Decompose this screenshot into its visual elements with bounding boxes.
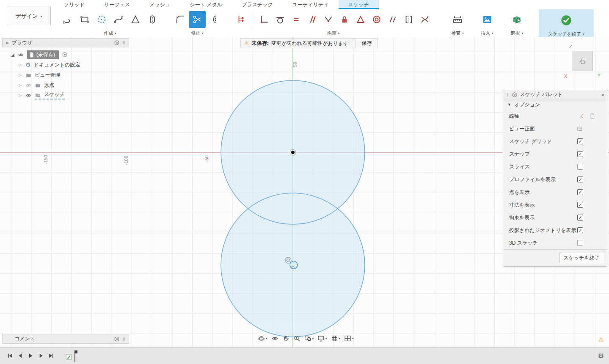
linetype-normal-icon[interactable] xyxy=(580,113,586,119)
modify-group-label[interactable]: 修正 ▾ xyxy=(191,30,204,36)
panel-grip-icon[interactable]: ‖ xyxy=(123,40,125,45)
symmetry-constraint-icon[interactable] xyxy=(401,11,417,28)
midpoint-constraint-icon[interactable] xyxy=(353,11,369,28)
concentric-constraint-icon[interactable] xyxy=(369,11,385,28)
look-at-front-icon[interactable] xyxy=(576,126,583,132)
look-at-button[interactable] xyxy=(270,334,280,343)
save-button[interactable]: 保存 xyxy=(355,39,378,48)
tangent-constraint-icon[interactable] xyxy=(272,11,288,28)
comments-menu-icon[interactable] xyxy=(114,336,120,342)
viewcube[interactable]: Z 右 X Y xyxy=(566,44,600,79)
timeline-go-to-end-button[interactable] xyxy=(46,351,56,361)
coincident-constraint-icon[interactable] xyxy=(320,11,336,28)
slot-tool-icon[interactable] xyxy=(144,11,161,28)
tab-utilities[interactable]: ユーティリティ xyxy=(283,0,339,9)
timeline-settings-gear-icon[interactable]: ⚙ xyxy=(598,352,604,360)
timeline-position-marker[interactable] xyxy=(74,351,75,362)
zoom-button[interactable] xyxy=(292,334,302,343)
show-constraints-checkbox[interactable] xyxy=(577,215,583,221)
show-dimensions-checkbox[interactable] xyxy=(577,202,583,208)
show-points-checkbox[interactable] xyxy=(577,189,583,195)
collinear-constraint-icon[interactable] xyxy=(385,11,401,28)
fix-constraint-icon[interactable] xyxy=(336,11,353,28)
collapse-panel-icon[interactable]: » xyxy=(601,92,604,98)
display-settings-button[interactable]: ▾ xyxy=(316,334,328,343)
pan-button[interactable] xyxy=(281,334,291,343)
eye-visible-icon[interactable] xyxy=(18,52,24,58)
panel-grip-icon[interactable]: ‖ xyxy=(507,92,509,97)
select-group-label[interactable]: 選択 ▾ xyxy=(510,30,523,36)
show-projected-checkbox[interactable] xyxy=(577,227,583,233)
line-tool-icon[interactable] xyxy=(59,11,76,28)
timeline-play-button[interactable] xyxy=(25,351,36,361)
expander-closed-icon[interactable]: ▷ xyxy=(18,93,22,97)
eye-visible-icon[interactable] xyxy=(25,92,32,99)
sketch-palette-header[interactable]: ‖ スケッチ パレット » xyxy=(503,90,608,99)
comments-bar[interactable]: コメント ‖ xyxy=(2,334,129,344)
canvas-warning-icon[interactable]: ⚠ xyxy=(598,336,604,344)
zoom-window-button[interactable]: ▾ xyxy=(303,334,315,343)
eye-hidden-icon[interactable] xyxy=(25,82,32,88)
grid-settings-button[interactable]: ▾ xyxy=(330,334,342,343)
tree-row-named-views[interactable]: ▷ ビュー管理 xyxy=(2,70,129,80)
tab-sketch[interactable]: スケッチ xyxy=(339,0,379,9)
sketch-dimension-icon[interactable] xyxy=(234,11,250,28)
tab-surface[interactable]: サーフェス xyxy=(94,0,140,9)
insert-group-label[interactable]: 挿入 ▾ xyxy=(481,30,493,36)
parallel-constraint-icon[interactable] xyxy=(304,11,320,28)
tab-plastic[interactable]: プラスチック xyxy=(232,0,283,9)
finish-sketch-group[interactable]: スケッチを終了 ▾ xyxy=(539,9,594,37)
tab-sheet-metal[interactable]: シート メタル xyxy=(180,0,232,9)
finish-sketch-button[interactable]: スケッチを終了 xyxy=(559,253,604,263)
browser-menu-icon[interactable] xyxy=(114,40,120,46)
viewcube-face-right[interactable]: 右 xyxy=(572,51,593,71)
snap-checkbox[interactable] xyxy=(577,151,583,157)
options-section-header[interactable]: ▼ オプション xyxy=(503,99,608,110)
linetype-construction-icon[interactable] xyxy=(590,113,596,119)
trim-tool-icon[interactable] xyxy=(189,11,206,28)
inspect-group-label[interactable]: 検査 ▾ xyxy=(451,30,464,36)
3d-sketch-checkbox[interactable] xyxy=(577,240,583,246)
timeline-go-to-start-button[interactable] xyxy=(5,351,15,361)
tab-solid[interactable]: ソリッド xyxy=(54,0,94,9)
expander-open-icon[interactable]: ◢ xyxy=(11,52,15,57)
design-menu-button[interactable]: デザイン ▾ xyxy=(7,6,51,26)
timeline-step-back-button[interactable] xyxy=(15,351,25,361)
expander-closed-icon[interactable]: ▷ xyxy=(18,83,22,87)
tree-row-sketches[interactable]: ▷ スケッチ xyxy=(2,90,129,100)
sketch-grid-checkbox[interactable] xyxy=(577,138,583,144)
panel-grip-icon[interactable]: ‖ xyxy=(123,336,125,342)
document-chip[interactable]: (未保存) xyxy=(27,50,59,59)
fillet-tool-icon[interactable] xyxy=(172,11,189,28)
tree-row-document-root[interactable]: ◢ (未保存) xyxy=(2,50,129,60)
timeline-sketch-feature-icon[interactable] xyxy=(63,352,74,362)
collapse-chevrons-icon[interactable]: « xyxy=(6,40,9,46)
expander-closed-icon[interactable]: ▷ xyxy=(18,63,22,67)
finish-sketch-check-icon[interactable] xyxy=(558,12,575,29)
tree-row-document-settings[interactable]: ▷ ⚙ ドキュメントの設定 xyxy=(2,60,129,70)
timeline-step-forward-button[interactable] xyxy=(36,351,46,361)
orbit-button[interactable]: ▾ xyxy=(256,334,269,343)
insert-image-icon[interactable] xyxy=(479,11,496,28)
create-group-label[interactable]: 作成 ▾ xyxy=(104,30,116,36)
measure-tool-icon[interactable] xyxy=(449,11,466,28)
slice-checkbox[interactable] xyxy=(577,164,583,170)
horizontal-vertical-constraint-icon[interactable] xyxy=(256,11,272,28)
spline-tool-icon[interactable] xyxy=(110,11,127,28)
finish-sketch-label[interactable]: スケッチを終了 ▾ xyxy=(548,31,584,37)
offset-tool-icon[interactable] xyxy=(206,11,223,28)
polygon-tool-icon[interactable] xyxy=(127,11,144,28)
activate-radio-icon[interactable] xyxy=(62,52,68,58)
browser-header[interactable]: « ブラウザ ‖ xyxy=(2,38,129,47)
rectangle-tool-icon[interactable] xyxy=(76,11,93,28)
equal-constraint-icon[interactable] xyxy=(288,11,304,28)
select-tool-icon[interactable] xyxy=(508,11,525,28)
palette-menu-icon[interactable] xyxy=(512,92,518,98)
tab-mesh[interactable]: メッシュ xyxy=(140,0,180,9)
expander-closed-icon[interactable]: ▷ xyxy=(18,73,22,77)
circle-tool-icon[interactable] xyxy=(93,11,110,28)
tree-row-origin[interactable]: ▷ 原点 xyxy=(2,80,129,90)
curvature-constraint-icon[interactable] xyxy=(417,11,433,28)
viewports-button[interactable]: ▾ xyxy=(343,334,355,343)
constraints-group-label[interactable]: 拘束 ▾ xyxy=(327,30,340,36)
